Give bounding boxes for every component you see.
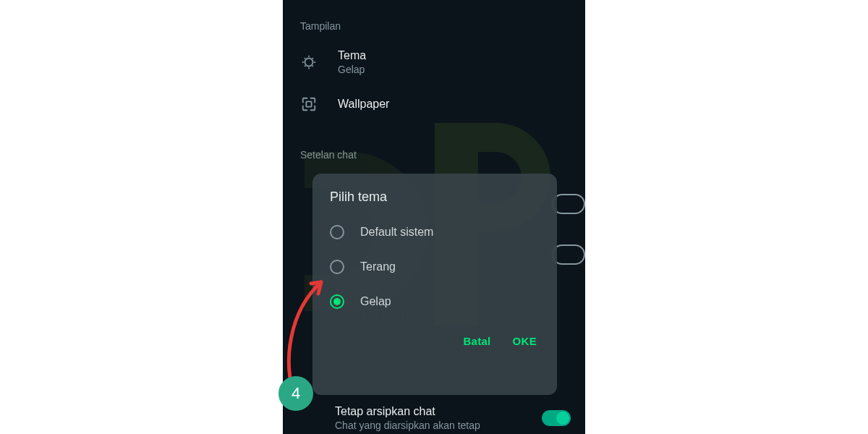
theme-dialog: Pilih tema Default sistem Terang Gelap B… bbox=[312, 174, 557, 395]
radio-icon bbox=[330, 225, 344, 239]
radio-option-default[interactable]: Default sistem bbox=[312, 215, 557, 250]
wallpaper-icon bbox=[300, 95, 318, 113]
svg-rect-1 bbox=[306, 101, 311, 106]
setting-theme-value: Gelap bbox=[338, 64, 568, 75]
cancel-button[interactable]: Batal bbox=[463, 335, 490, 347]
setting-theme[interactable]: Tema Gelap bbox=[283, 39, 585, 85]
radio-option-light[interactable]: Terang bbox=[312, 250, 557, 284]
archive-subtitle: Chat yang diarsipkan akan tetap bbox=[335, 420, 527, 431]
radio-icon bbox=[330, 260, 344, 274]
section-header-chat: Setelan chat bbox=[283, 123, 585, 168]
radio-label-default: Default sistem bbox=[360, 226, 433, 239]
ok-button[interactable]: OKE bbox=[513, 335, 537, 347]
phone-screen: dPonsel Tampilan Tema Gelap Wallpaper Se… bbox=[283, 0, 585, 434]
setting-wallpaper[interactable]: Wallpaper bbox=[283, 85, 585, 123]
setting-theme-title: Tema bbox=[338, 49, 568, 62]
svg-point-0 bbox=[305, 59, 313, 67]
radio-label-light: Terang bbox=[360, 260, 396, 273]
archive-title: Tetap arsipkan chat bbox=[335, 405, 527, 418]
radio-icon-selected bbox=[330, 294, 344, 309]
setting-wallpaper-title: Wallpaper bbox=[338, 98, 568, 111]
radio-label-dark: Gelap bbox=[360, 295, 391, 308]
theme-icon bbox=[300, 54, 318, 71]
step-badge: 4 bbox=[278, 376, 313, 411]
setting-archive[interactable]: Tetap arsipkan chat Chat yang diarsipkan… bbox=[283, 398, 585, 434]
dialog-actions: Batal OKE bbox=[312, 319, 557, 353]
radio-option-dark[interactable]: Gelap bbox=[312, 284, 557, 319]
dialog-title: Pilih tema bbox=[312, 190, 557, 215]
step-number: 4 bbox=[292, 384, 300, 403]
archive-toggle-on[interactable] bbox=[542, 410, 571, 426]
section-header-display: Tampilan bbox=[283, 0, 585, 39]
